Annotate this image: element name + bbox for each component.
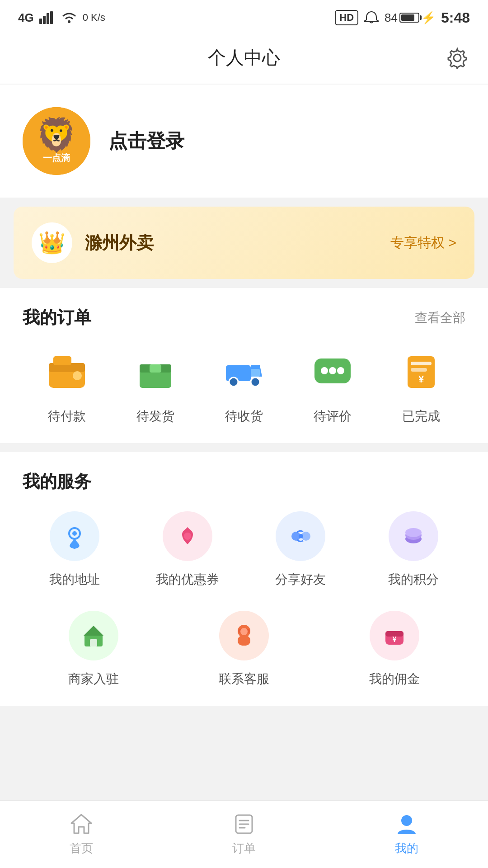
service-share-label: 分享好友 bbox=[275, 571, 326, 588]
home-icon bbox=[70, 812, 93, 836]
nav-mine-label: 我的 bbox=[395, 840, 418, 856]
hd-badge: HD bbox=[335, 10, 358, 25]
vip-banner[interactable]: 👑 滁州外卖 专享特权 > bbox=[14, 207, 474, 279]
svg-point-4 bbox=[68, 20, 70, 23]
wallet-icon bbox=[47, 352, 87, 392]
bottom-nav: 首页 订单 我的 bbox=[0, 800, 488, 868]
share-icon-wrap bbox=[276, 511, 325, 561]
vip-left: 👑 滁州外卖 bbox=[32, 222, 154, 263]
vip-privilege[interactable]: 专享特权 > bbox=[390, 234, 456, 252]
service-support[interactable]: 联系客服 bbox=[173, 611, 314, 688]
service-merchant[interactable]: 商家入驻 bbox=[23, 611, 164, 688]
nav-home[interactable]: 首页 bbox=[0, 812, 163, 856]
support-icon-wrap bbox=[219, 611, 269, 660]
points-icon bbox=[400, 523, 427, 550]
nav-orders-label: 订单 bbox=[232, 840, 256, 856]
status-left: 4G 0 K/s bbox=[18, 11, 105, 25]
nav-mine[interactable]: 我的 bbox=[325, 812, 488, 856]
svg-point-21 bbox=[329, 367, 336, 374]
svg-marker-37 bbox=[84, 626, 103, 636]
orders-nav-icon bbox=[232, 812, 256, 836]
avatar[interactable]: 🦁 一点滴 bbox=[23, 107, 90, 175]
svg-point-32 bbox=[299, 534, 303, 538]
signal-icon bbox=[39, 11, 56, 24]
login-button[interactable]: 点击登录 bbox=[108, 128, 184, 154]
svg-rect-38 bbox=[90, 639, 97, 646]
time-display: 5:48 bbox=[441, 9, 470, 26]
receipt-icon-wrap: ¥ bbox=[396, 347, 446, 397]
svg-rect-2 bbox=[47, 13, 49, 24]
svg-rect-3 bbox=[50, 11, 53, 24]
svg-rect-24 bbox=[411, 362, 432, 365]
svg-text:¥: ¥ bbox=[393, 636, 397, 643]
order-item-pending-receive[interactable]: 待收货 bbox=[200, 347, 288, 425]
order-label-pending-pay: 待付款 bbox=[48, 408, 86, 425]
service-coupon-label: 我的优惠券 bbox=[156, 571, 219, 588]
location-icon-wrap bbox=[50, 511, 99, 561]
signal-text: 4G bbox=[18, 11, 34, 25]
svg-point-29 bbox=[184, 533, 191, 540]
page-title: 个人中心 bbox=[208, 45, 280, 70]
crown-icon: 👑 bbox=[38, 230, 66, 255]
battery-indicator: 84 ⚡ bbox=[385, 11, 436, 25]
orders-section: 我的订单 查看全部 待付款 bbox=[0, 288, 488, 443]
svg-point-22 bbox=[337, 367, 344, 374]
svg-point-18 bbox=[251, 377, 260, 387]
points-icon-wrap bbox=[389, 511, 438, 561]
order-item-pending-review[interactable]: 待评价 bbox=[288, 347, 377, 425]
svg-point-10 bbox=[73, 371, 82, 380]
nav-orders[interactable]: 订单 bbox=[163, 812, 325, 856]
settings-button[interactable] bbox=[445, 45, 470, 71]
service-merchant-label: 商家入驻 bbox=[68, 670, 119, 688]
svg-rect-0 bbox=[39, 19, 42, 24]
chat-icon bbox=[312, 352, 353, 392]
box-icon bbox=[135, 352, 176, 392]
service-points-label: 我的积分 bbox=[388, 571, 439, 588]
svg-point-28 bbox=[72, 531, 77, 536]
coupon-icon bbox=[174, 523, 201, 550]
order-item-pending-ship[interactable]: 待发货 bbox=[111, 347, 200, 425]
avatar-emoji: 🦁 bbox=[36, 118, 77, 151]
order-item-pending-pay[interactable]: 待付款 bbox=[23, 347, 111, 425]
coupon-icon-wrap bbox=[163, 511, 212, 561]
battery-percent: 84 bbox=[385, 11, 398, 25]
service-coupon[interactable]: 我的优惠券 bbox=[136, 511, 239, 588]
vip-title: 滁州外卖 bbox=[85, 231, 154, 255]
share-icon bbox=[287, 523, 314, 550]
service-address-label: 我的地址 bbox=[49, 571, 100, 588]
svg-rect-1 bbox=[43, 16, 46, 24]
svg-marker-47 bbox=[71, 815, 91, 833]
gear-icon bbox=[446, 47, 469, 69]
svg-text:¥: ¥ bbox=[418, 373, 424, 385]
bell-icon bbox=[364, 11, 379, 24]
svg-point-43 bbox=[240, 628, 248, 635]
order-label-pending-review: 待评价 bbox=[314, 408, 352, 425]
service-commission[interactable]: ¥ 我的佣金 bbox=[324, 611, 465, 688]
top-nav: 个人中心 bbox=[0, 32, 488, 84]
svg-point-17 bbox=[229, 377, 238, 387]
profile-section: 🦁 一点滴 点击登录 bbox=[0, 85, 488, 198]
receipt-icon: ¥ bbox=[401, 352, 441, 392]
status-right: HD 84 ⚡ 5:48 bbox=[335, 9, 470, 26]
services-title: 我的服务 bbox=[23, 470, 91, 493]
service-points[interactable]: 我的积分 bbox=[361, 511, 465, 588]
order-item-completed[interactable]: ¥ 已完成 bbox=[377, 347, 465, 425]
svg-point-6 bbox=[454, 54, 461, 61]
service-address[interactable]: 我的地址 bbox=[23, 511, 127, 588]
truck-icon-wrap bbox=[219, 347, 269, 397]
svg-rect-25 bbox=[411, 368, 427, 372]
chat-icon-wrap bbox=[308, 347, 357, 397]
orders-title: 我的订单 bbox=[23, 306, 91, 329]
merchant-icon-wrap bbox=[69, 611, 118, 660]
merchant-icon bbox=[80, 622, 107, 649]
order-label-pending-ship: 待发货 bbox=[136, 408, 174, 425]
services-section: 我的服务 我的地址 bbox=[0, 452, 488, 706]
view-all-button[interactable]: 查看全部 bbox=[415, 309, 465, 326]
svg-rect-16 bbox=[251, 369, 260, 377]
service-share[interactable]: 分享好友 bbox=[249, 511, 352, 588]
commission-icon: ¥ bbox=[381, 622, 408, 649]
crown-circle: 👑 bbox=[32, 222, 72, 263]
order-label-pending-receive: 待收货 bbox=[225, 408, 263, 425]
nav-home-label: 首页 bbox=[70, 840, 93, 856]
data-speed: 0 K/s bbox=[83, 12, 105, 24]
